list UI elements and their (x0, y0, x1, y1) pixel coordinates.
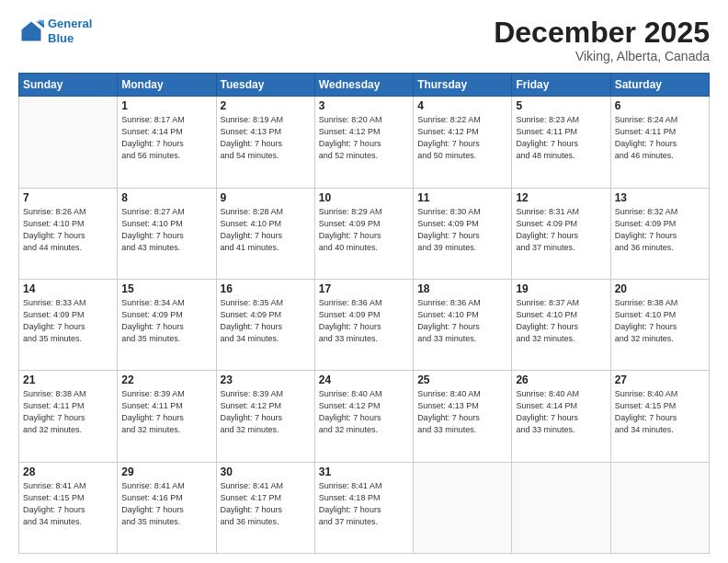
daylight-text: Daylight: 7 hoursand 50 minutes. (417, 138, 507, 162)
sunrise-text: Sunrise: 8:41 AM (121, 480, 211, 492)
sunrise-text: Sunrise: 8:41 AM (221, 480, 311, 492)
calendar-cell: 11Sunrise: 8:30 AMSunset: 4:09 PMDayligh… (414, 188, 512, 279)
day-info: Sunrise: 8:32 AMSunset: 4:09 PMDaylight:… (615, 206, 705, 254)
calendar-cell (610, 462, 709, 553)
svg-marker-0 (22, 21, 41, 40)
day-number: 10 (319, 191, 409, 204)
logo-icon (18, 18, 44, 44)
day-info: Sunrise: 8:40 AMSunset: 4:15 PMDaylight:… (615, 388, 705, 436)
day-info: Sunrise: 8:38 AMSunset: 4:11 PMDaylight:… (23, 388, 113, 436)
daylight-text: Daylight: 7 hoursand 32 minutes. (516, 321, 606, 345)
sunrise-text: Sunrise: 8:39 AM (221, 388, 311, 400)
sunrise-text: Sunrise: 8:40 AM (516, 388, 606, 400)
calendar-cell: 18Sunrise: 8:36 AMSunset: 4:10 PMDayligh… (414, 279, 512, 370)
day-info: Sunrise: 8:37 AMSunset: 4:10 PMDaylight:… (516, 297, 606, 345)
day-info: Sunrise: 8:40 AMSunset: 4:12 PMDaylight:… (319, 388, 409, 436)
calendar-table: SundayMondayTuesdayWednesdayThursdayFrid… (18, 73, 710, 554)
day-number: 6 (615, 99, 705, 112)
day-number: 24 (319, 373, 409, 386)
sunset-text: Sunset: 4:12 PM (319, 400, 409, 412)
daylight-text: Daylight: 7 hoursand 48 minutes. (516, 138, 606, 162)
logo-line1: General (48, 17, 92, 30)
daylight-text: Daylight: 7 hoursand 37 minutes. (319, 504, 409, 528)
sunset-text: Sunset: 4:15 PM (615, 400, 705, 412)
sunset-text: Sunset: 4:14 PM (121, 126, 211, 138)
calendar-cell: 14Sunrise: 8:33 AMSunset: 4:09 PMDayligh… (19, 279, 118, 370)
calendar-cell: 8Sunrise: 8:27 AMSunset: 4:10 PMDaylight… (118, 188, 216, 279)
daylight-text: Daylight: 7 hoursand 36 minutes. (615, 230, 705, 254)
day-number: 31 (319, 465, 409, 478)
day-number: 22 (121, 373, 211, 386)
calendar-cell: 6Sunrise: 8:24 AMSunset: 4:11 PMDaylight… (610, 97, 709, 188)
sunrise-text: Sunrise: 8:23 AM (516, 114, 606, 126)
day-info: Sunrise: 8:41 AMSunset: 4:18 PMDaylight:… (319, 480, 409, 528)
calendar-cell: 4Sunrise: 8:22 AMSunset: 4:12 PMDaylight… (414, 97, 512, 188)
day-info: Sunrise: 8:41 AMSunset: 4:15 PMDaylight:… (23, 480, 113, 528)
sunset-text: Sunset: 4:12 PM (221, 400, 311, 412)
week-row-3: 14Sunrise: 8:33 AMSunset: 4:09 PMDayligh… (19, 279, 710, 370)
day-number: 13 (615, 191, 705, 204)
location: Viking, Alberta, Canada (494, 49, 710, 63)
sunset-text: Sunset: 4:16 PM (121, 492, 211, 504)
calendar-cell: 2Sunrise: 8:19 AMSunset: 4:13 PMDaylight… (216, 97, 314, 188)
header: General Blue December 2025 Viking, Alber… (18, 17, 710, 63)
daylight-text: Daylight: 7 hoursand 32 minutes. (23, 412, 113, 436)
sunrise-text: Sunrise: 8:33 AM (23, 297, 113, 309)
sunset-text: Sunset: 4:13 PM (417, 400, 507, 412)
sunset-text: Sunset: 4:10 PM (121, 218, 211, 230)
calendar-cell: 25Sunrise: 8:40 AMSunset: 4:13 PMDayligh… (414, 371, 512, 462)
daylight-text: Daylight: 7 hoursand 32 minutes. (221, 412, 311, 436)
sunset-text: Sunset: 4:09 PM (319, 309, 409, 321)
daylight-text: Daylight: 7 hoursand 35 minutes. (121, 321, 211, 345)
calendar-cell: 19Sunrise: 8:37 AMSunset: 4:10 PMDayligh… (512, 279, 610, 370)
month-title: December 2025 (494, 17, 710, 49)
day-info: Sunrise: 8:22 AMSunset: 4:12 PMDaylight:… (417, 114, 507, 162)
week-row-5: 28Sunrise: 8:41 AMSunset: 4:15 PMDayligh… (19, 462, 710, 553)
sunset-text: Sunset: 4:12 PM (319, 126, 409, 138)
day-number: 21 (23, 373, 113, 386)
sunrise-text: Sunrise: 8:31 AM (516, 206, 606, 218)
title-block: December 2025 Viking, Alberta, Canada (494, 17, 710, 63)
sunset-text: Sunset: 4:10 PM (516, 309, 606, 321)
sunrise-text: Sunrise: 8:40 AM (615, 388, 705, 400)
sunset-text: Sunset: 4:10 PM (221, 218, 311, 230)
day-number: 17 (319, 282, 409, 295)
day-number: 15 (121, 282, 211, 295)
day-info: Sunrise: 8:36 AMSunset: 4:09 PMDaylight:… (319, 297, 409, 345)
calendar-cell: 12Sunrise: 8:31 AMSunset: 4:09 PMDayligh… (512, 188, 610, 279)
sunset-text: Sunset: 4:10 PM (417, 309, 507, 321)
day-number: 18 (417, 282, 507, 295)
weekday-header-thursday: Thursday (414, 74, 512, 97)
sunrise-text: Sunrise: 8:40 AM (319, 388, 409, 400)
day-number: 26 (516, 373, 606, 386)
sunrise-text: Sunrise: 8:34 AM (121, 297, 211, 309)
day-number: 29 (121, 465, 211, 478)
calendar-cell: 1Sunrise: 8:17 AMSunset: 4:14 PMDaylight… (118, 97, 216, 188)
day-info: Sunrise: 8:40 AMSunset: 4:13 PMDaylight:… (417, 388, 507, 436)
sunset-text: Sunset: 4:11 PM (516, 126, 606, 138)
day-number: 8 (121, 191, 211, 204)
day-number: 3 (319, 99, 409, 112)
daylight-text: Daylight: 7 hoursand 34 minutes. (221, 321, 311, 345)
calendar-cell (19, 97, 118, 188)
daylight-text: Daylight: 7 hoursand 54 minutes. (221, 138, 311, 162)
sunrise-text: Sunrise: 8:39 AM (121, 388, 211, 400)
daylight-text: Daylight: 7 hoursand 33 minutes. (417, 412, 507, 436)
day-info: Sunrise: 8:35 AMSunset: 4:09 PMDaylight:… (221, 297, 311, 345)
day-info: Sunrise: 8:31 AMSunset: 4:09 PMDaylight:… (516, 206, 606, 254)
day-info: Sunrise: 8:20 AMSunset: 4:12 PMDaylight:… (319, 114, 409, 162)
weekday-header-monday: Monday (118, 74, 216, 97)
logo: General Blue (18, 17, 92, 45)
calendar-cell: 23Sunrise: 8:39 AMSunset: 4:12 PMDayligh… (216, 371, 314, 462)
daylight-text: Daylight: 7 hoursand 35 minutes. (23, 321, 113, 345)
day-number: 5 (516, 99, 606, 112)
day-info: Sunrise: 8:38 AMSunset: 4:10 PMDaylight:… (615, 297, 705, 345)
sunset-text: Sunset: 4:09 PM (23, 309, 113, 321)
day-info: Sunrise: 8:24 AMSunset: 4:11 PMDaylight:… (615, 114, 705, 162)
sunrise-text: Sunrise: 8:36 AM (319, 297, 409, 309)
sunset-text: Sunset: 4:11 PM (23, 400, 113, 412)
logo-line2: Blue (48, 31, 74, 45)
day-info: Sunrise: 8:17 AMSunset: 4:14 PMDaylight:… (121, 114, 211, 162)
day-info: Sunrise: 8:27 AMSunset: 4:10 PMDaylight:… (121, 206, 211, 254)
sunset-text: Sunset: 4:17 PM (221, 492, 311, 504)
